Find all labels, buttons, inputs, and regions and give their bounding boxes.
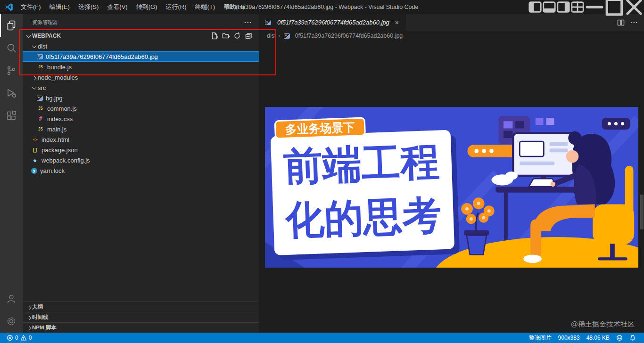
source-control-icon[interactable] (0, 59, 23, 82)
panel-outline[interactable]: 大纲 (23, 302, 259, 312)
tree-item-common-js[interactable]: common.js (23, 103, 259, 114)
vscode-window: 文件(F) 编辑(E) 选择(S) 查看(V) 转到(G) 运行(R) 终端(T… (0, 0, 644, 343)
file-label: webpack.config.js (41, 157, 90, 164)
tab-image-preview[interactable]: 0f51f7a39a76296f06774fd65ad2ab60.jpg (259, 14, 406, 31)
tree-item-webpack-config[interactable]: webpack.config.js (23, 155, 259, 165)
menu-selection[interactable]: 选择(S) (74, 0, 103, 14)
vscode-logo (5, 3, 13, 11)
menu-view[interactable]: 查看(V) (103, 0, 132, 14)
toggle-panel-icon[interactable] (542, 0, 556, 14)
watermark-text: @稀土掘金技术社区 (571, 320, 635, 329)
menu-edit[interactable]: 编辑(E) (45, 0, 74, 14)
breadcrumb: dist 0f51f7a39a76296f06774fd65ad2ab60.jp… (259, 31, 644, 41)
chevron-right-icon (25, 323, 32, 333)
toggle-sidebar-icon[interactable] (528, 0, 542, 14)
tree-item-dist[interactable]: dist (23, 41, 259, 51)
editor-area: 0f51f7a39a76296f06774fd65ad2ab60.jpg ···… (259, 14, 644, 333)
menu-run[interactable]: 运行(R) (161, 0, 190, 14)
file-label: 0f51f7a39a76296f06774fd65ad2ab60.jpg (46, 53, 158, 60)
editor-scrollbar[interactable] (639, 41, 644, 333)
js-file-icon (37, 125, 44, 133)
explorer-title: 资源管理器 (32, 19, 58, 26)
chevron-right-icon (278, 33, 280, 39)
tree-item-index-html[interactable]: index.html (23, 134, 259, 145)
sidebar-bottom-panels: 大纲 时间线 NPM 脚本 (23, 302, 259, 333)
tree-item-bg-jpg[interactable]: bg.jpg (23, 93, 259, 103)
breadcrumb-folder[interactable]: dist (267, 33, 276, 39)
more-actions-icon[interactable]: ··· (630, 19, 638, 26)
project-section-header[interactable]: WEBPACK (23, 31, 259, 41)
new-file-icon[interactable] (211, 32, 218, 40)
chevron-right-icon (25, 302, 32, 312)
toggle-secondary-sidebar-icon[interactable] (556, 0, 570, 14)
css-file-icon (37, 115, 44, 122)
accounts-icon[interactable] (0, 287, 23, 310)
tree-item-selected-jpg[interactable]: 0f51f7a39a76296f06774fd65ad2ab60.jpg (23, 51, 259, 62)
feedback-icon[interactable] (613, 335, 626, 341)
split-editor-icon[interactable] (617, 19, 625, 26)
js-file-icon (37, 63, 44, 71)
extensions-icon[interactable] (0, 105, 23, 127)
chevron-right-icon (25, 312, 32, 323)
panel-label: NPM 脚本 (32, 324, 57, 331)
image-file-icon (284, 33, 290, 39)
tab-label: 0f51f7a39a76296f06774fd65ad2ab60.jpg (277, 19, 389, 26)
window-controls (528, 0, 644, 14)
menu-terminal[interactable]: 终端(T) (190, 0, 219, 14)
json-file-icon (31, 146, 39, 154)
file-label: yarn.lock (40, 167, 65, 174)
title-bar: 文件(F) 编辑(E) 选择(S) 查看(V) 转到(G) 运行(R) 终端(T… (0, 0, 644, 14)
tab-close-icon[interactable] (393, 19, 401, 26)
menu-go[interactable]: 转到(G) (132, 0, 162, 14)
file-label: index.html (41, 136, 69, 143)
error-icon (7, 335, 13, 341)
tree-item-src[interactable]: src (23, 82, 259, 93)
tree-item-yarn-lock[interactable]: yarn.lock (23, 165, 259, 176)
tree-item-bundle-js[interactable]: bundle.js (23, 62, 259, 72)
webpack-file-icon (31, 156, 39, 164)
explorer-header: 资源管理器 ··· (23, 14, 259, 31)
folder-label: node_modules (38, 74, 78, 81)
explorer-actions (211, 32, 259, 40)
maximize-icon[interactable] (604, 0, 624, 14)
file-label: bundle.js (47, 64, 72, 71)
file-label: package.json (41, 147, 78, 154)
tree-item-package-json[interactable]: package.json (23, 145, 259, 155)
scrollbar-handle[interactable] (640, 195, 644, 229)
collapse-folders-icon[interactable] (245, 32, 252, 40)
status-bar: 0 0 整张图片 900x383 48.06 KB (0, 333, 644, 343)
image-file-icon (37, 96, 43, 101)
explorer-icon[interactable] (0, 14, 23, 37)
tree-item-main-js[interactable]: main.js (23, 124, 259, 134)
minimize-icon[interactable] (585, 0, 604, 14)
tree-item-index-css[interactable]: index.css (23, 114, 259, 124)
activity-bar (0, 14, 23, 333)
js-file-icon (37, 105, 44, 112)
customize-layout-icon[interactable] (570, 0, 585, 14)
tree-item-node-modules[interactable]: node_modules (23, 72, 259, 82)
image-preview[interactable]: 前端工程 化的思考 多业务场景下 (265, 107, 638, 268)
poster-illustration: 前端工程 化的思考 多业务场景下 (265, 107, 638, 268)
menu-help[interactable]: 帮助(H) (219, 0, 248, 14)
breadcrumb-file[interactable]: 0f51f7a39a76296f06774fd65ad2ab60.jpg (295, 33, 403, 39)
panel-label: 时间线 (32, 314, 49, 321)
run-and-debug-icon[interactable] (0, 82, 23, 105)
explorer-more-actions-icon[interactable]: ··· (244, 19, 252, 26)
yarn-file-icon (31, 168, 37, 174)
problems-indicator[interactable]: 0 0 (5, 333, 33, 343)
refresh-explorer-icon[interactable] (233, 32, 241, 40)
file-size-status[interactable]: 48.06 KB (583, 335, 613, 341)
poster-title-line2: 化的思考 (284, 193, 442, 242)
settings-gear-icon[interactable] (0, 310, 23, 333)
new-folder-icon[interactable] (222, 32, 230, 40)
panel-timeline[interactable]: 时间线 (23, 312, 259, 322)
menu-file[interactable]: 文件(F) (17, 0, 45, 14)
search-icon[interactable] (0, 37, 23, 59)
image-mode-status[interactable]: 整张图片 (526, 334, 555, 342)
close-icon[interactable] (624, 0, 644, 14)
image-dimensions-status[interactable]: 900x383 (555, 335, 583, 341)
bell-icon[interactable] (626, 335, 639, 341)
panel-npm-scripts[interactable]: NPM 脚本 (23, 322, 259, 333)
folder-label: dist (38, 43, 47, 50)
file-label: common.js (47, 105, 77, 112)
